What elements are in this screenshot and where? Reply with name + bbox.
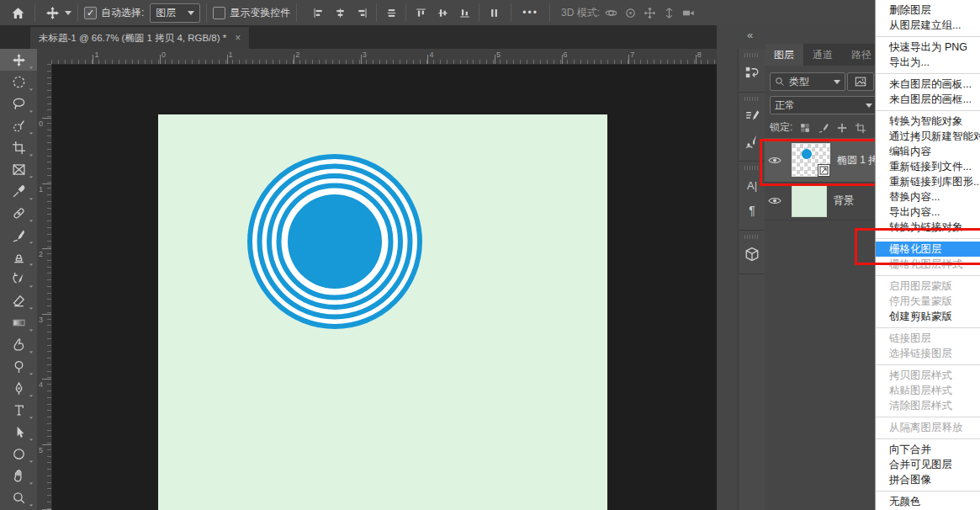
layer-context-menu: 删除图层从图层建立组...快速导出为 PNG导出为...来自图层的画板...来自…: [875, 0, 980, 510]
ruler-label: 0: [39, 120, 43, 128]
tab-通道[interactable]: 通道: [803, 44, 842, 66]
ruler-tick: [42, 183, 51, 184]
layer-visibility-toggle[interactable]: [765, 196, 785, 205]
ruler-tick: [495, 55, 495, 64]
distribute-v-icon[interactable]: [483, 3, 505, 23]
menu-item-转换为链接对象...[interactable]: 转换为链接对象...: [876, 220, 980, 235]
tool-eraser[interactable]: [0, 290, 37, 311]
align-top-icon[interactable]: [410, 3, 432, 23]
tool-eyedropper[interactable]: [0, 180, 37, 202]
tool-brush[interactable]: [0, 224, 37, 246]
menu-item-合并可见图层[interactable]: 合并可见图层: [876, 457, 980, 472]
menu-item-向下合并[interactable]: 向下合并: [876, 442, 980, 457]
menu-item-编辑内容[interactable]: 编辑内容: [876, 144, 980, 159]
camera-3d-icon[interactable]: [682, 7, 695, 19]
tool-history-brush[interactable]: [0, 268, 37, 290]
layer-thumbnail[interactable]: [792, 185, 827, 217]
menu-item-从图层建立组...[interactable]: 从图层建立组...: [876, 18, 980, 33]
menu-item-转换为智能对象[interactable]: 转换为智能对象: [876, 114, 980, 129]
menu-item-来自图层的画框...[interactable]: 来自图层的画框...: [876, 92, 980, 107]
distribute-center-h-icon[interactable]: [380, 3, 402, 23]
lock-paint-icon[interactable]: [818, 122, 829, 134]
auto-select-label: 自动选择:: [101, 6, 144, 20]
ruler-label: 1: [229, 50, 233, 59]
document-tab[interactable]: 未标题-1 @ 66.7% (椭圆 1 拷贝 4, RGB/8) * ×: [30, 27, 249, 49]
close-icon[interactable]: ×: [235, 32, 241, 44]
menu-item-创建剪贴蒙版[interactable]: 创建剪贴蒙版: [876, 309, 980, 324]
menu-item-通过拷贝新建智能对象[interactable]: 通过拷贝新建智能对象: [876, 129, 980, 144]
menu-item-导出为...[interactable]: 导出为...: [876, 55, 980, 70]
lock-move-icon[interactable]: [836, 122, 848, 134]
tool-type[interactable]: [0, 399, 37, 421]
menu-item-停用矢量蒙版: 停用矢量蒙版: [876, 294, 980, 309]
panel-icon-brush-settings[interactable]: [739, 104, 765, 129]
pan-3d-icon[interactable]: [644, 7, 656, 19]
tool-pen[interactable]: [0, 377, 37, 399]
menu-item-拼合图像[interactable]: 拼合图像: [876, 472, 980, 487]
lock-label: 锁定:: [770, 120, 792, 135]
panel-icon-character[interactable]: A|: [739, 173, 765, 198]
show-transform-checkbox[interactable]: [213, 7, 225, 19]
tool-quick-selection[interactable]: [0, 114, 37, 136]
drag-grip[interactable]: [744, 235, 760, 239]
align-left-icon[interactable]: [307, 3, 329, 23]
menu-item-重新链接到库图形...[interactable]: 重新链接到库图形...: [876, 174, 980, 189]
zoom-icon: [12, 491, 26, 505]
panel-icon-paragraph[interactable]: ¶: [739, 198, 765, 223]
layer-visibility-toggle[interactable]: [765, 156, 785, 165]
tool-ellipse-shape[interactable]: [0, 443, 37, 465]
tool-dodge[interactable]: [0, 355, 37, 377]
tool-frame[interactable]: [0, 158, 37, 180]
lock-artboard-icon[interactable]: [855, 122, 866, 134]
menu-item-替换内容...[interactable]: 替换内容...: [876, 189, 980, 205]
filter-image-button[interactable]: [847, 72, 874, 91]
menu-item-无颜色[interactable]: 无颜色: [876, 494, 980, 509]
more-options-button[interactable]: •••: [522, 7, 538, 19]
tool-crop[interactable]: [0, 136, 37, 158]
tool-smudge[interactable]: [0, 333, 37, 355]
orbit-3d-icon[interactable]: [605, 7, 617, 19]
align-center-h-icon[interactable]: [329, 3, 351, 23]
collapse-panels-icon[interactable]: «: [747, 29, 752, 41]
menu-item-快速导出为 PNG[interactable]: 快速导出为 PNG: [876, 40, 980, 55]
slide-3d-icon[interactable]: [663, 7, 675, 19]
lock-transparent-icon[interactable]: [799, 122, 811, 134]
canvas[interactable]: [158, 114, 607, 510]
menu-item-导出内容...[interactable]: 导出内容...: [876, 205, 980, 220]
tool-elliptical-marquee[interactable]: [0, 71, 37, 93]
tool-clone-stamp[interactable]: [0, 246, 37, 268]
move-tool-caret-icon[interactable]: [65, 11, 72, 15]
roll-3d-icon[interactable]: [624, 7, 637, 19]
align-bottom-icon[interactable]: [453, 3, 475, 23]
layer-thumbnail[interactable]: [792, 143, 830, 177]
menu-item-删除图层[interactable]: 删除图层: [876, 3, 980, 18]
menu-item-重新链接到文件...[interactable]: 重新链接到文件...: [876, 159, 980, 174]
menu-item-来自图层的画板...[interactable]: 来自图层的画板...: [876, 77, 980, 92]
panel-icon-history[interactable]: [739, 60, 765, 85]
tool-path-selection[interactable]: [0, 421, 37, 443]
ruler-label: 5: [496, 50, 501, 59]
tool-healing-brush[interactable]: [0, 202, 37, 224]
drag-grip[interactable]: [744, 53, 760, 57]
drag-grip[interactable]: [744, 97, 760, 101]
elliptical-marquee-icon: [12, 75, 26, 89]
tool-move[interactable]: [0, 49, 37, 71]
tool-zoom[interactable]: [0, 486, 37, 508]
align-middle-v-icon[interactable]: [432, 3, 453, 23]
layer-filter-dropdown[interactable]: 类型: [770, 72, 845, 91]
tool-lasso[interactable]: [0, 93, 37, 114]
drag-grip[interactable]: [744, 166, 760, 170]
align-right-icon[interactable]: [351, 3, 373, 23]
auto-select-target-dropdown[interactable]: 图层: [150, 3, 200, 23]
move-tool-icon[interactable]: [41, 3, 63, 23]
tab-图层[interactable]: 图层: [765, 44, 803, 66]
panel-icon-mixer-brush[interactable]: [739, 129, 765, 154]
tool-hand[interactable]: [0, 465, 37, 486]
home-icon[interactable]: [7, 3, 29, 23]
menu-item-选择链接图层: 选择链接图层: [876, 346, 980, 361]
panel-icon-3d-cube[interactable]: [739, 242, 765, 267]
blend-mode-dropdown[interactable]: 正常: [770, 96, 877, 114]
menu-item-栅格化图层[interactable]: 栅格化图层: [876, 242, 980, 257]
tool-gradient[interactable]: [0, 311, 37, 333]
auto-select-checkbox[interactable]: ✓: [84, 7, 97, 19]
